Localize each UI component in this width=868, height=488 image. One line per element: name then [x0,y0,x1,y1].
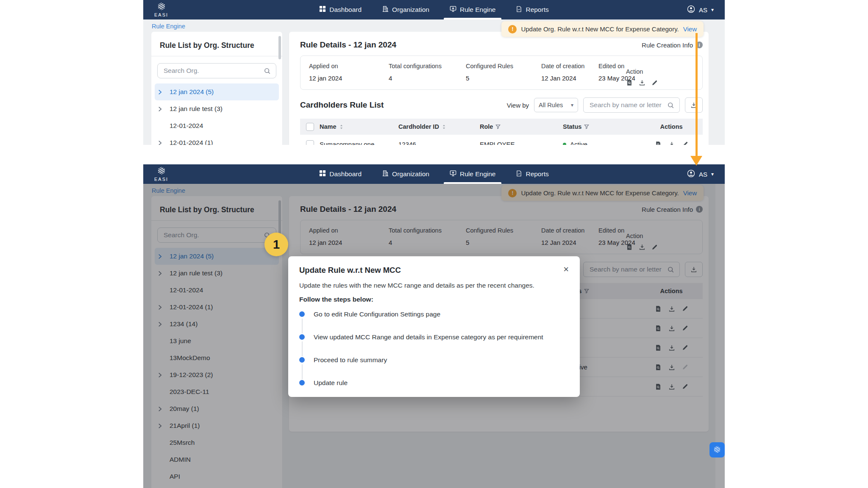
nav-item-reports[interactable]: Reports [512,164,553,184]
nav-label-dashboard: Dashboard [329,6,362,14]
modal-steps-heading: Follow the steps below: [299,296,569,303]
toast-view-link[interactable]: View [683,25,697,33]
search-icon [667,102,674,109]
search-icon [264,67,271,75]
org-search [157,63,276,78]
top-navbar: EASI Dashboard Organization Rule Engine [143,0,725,19]
detail-value: 12 Jan 2024 [541,75,598,82]
detail-label: Configured Rules [466,63,541,69]
tree-item-label: 12 jan rule test (3) [170,105,223,113]
col-status-label: Status [563,123,581,130]
nav-label-reports: Reports [526,6,548,14]
sidebar-scrollbar[interactable] [278,36,281,59]
nav-label-rule-engine: Rule Engine [460,6,495,14]
easi-floating-button[interactable] [709,442,725,458]
modal-step: View updated MCC Range and details in Ex… [299,333,569,356]
tree-item[interactable]: 12 jan rule test (3) [155,100,279,117]
modal-title: Update Rule w.r.t New MCC [299,266,401,275]
screenshot-bottom: EASI Dashboard Organization Rule Engine [143,164,725,488]
row-checkbox[interactable] [306,140,314,145]
tree-item-label: 12-01-2024 (1) [170,139,213,145]
reports-icon [516,170,522,178]
download-icon[interactable] [639,79,645,86]
modal-steps: Go to edit Rule Configuration Settings p… [299,311,569,402]
detail-field: Configured Rules 5 [466,63,541,82]
rule-creation-info[interactable]: Rule Creation Info i [642,42,703,49]
chevron-right-icon[interactable] [158,140,170,145]
modal-step: Update rule [299,379,569,402]
detail-action-field: Action [626,68,658,86]
brand-name: EASI [154,177,168,182]
download-icon[interactable] [668,141,675,145]
tree-item-label: 12 jan 2024 (5) [170,88,214,96]
dashboard-icon [319,170,326,178]
user-initials: AS [699,171,707,178]
org-search-input[interactable] [163,67,260,75]
brand-logo[interactable]: EASI [154,166,168,182]
detail-label: Action [626,68,658,75]
nav-item-rule-engine[interactable]: Rule Engine [445,0,500,19]
view-rule-file-icon[interactable] [626,79,633,86]
easi-hexagon-icon [157,2,166,12]
tree-item[interactable]: 12 jan 2024 (5) [155,83,279,100]
divider [151,56,282,56]
close-icon[interactable]: × [563,265,569,274]
modal-step: Go to edit Rule Configuration Settings p… [299,311,569,333]
detail-field: Total configurations 4 [389,63,466,82]
select-all-checkbox[interactable] [306,123,314,131]
filter-icon[interactable] [495,124,501,129]
user-menu[interactable]: AS ▾ [687,5,714,14]
rule-engine-icon [450,6,456,14]
tree-item-label: 12-01-2024 [170,122,203,130]
tree-item[interactable]: 12-01-2024 [155,117,279,134]
cardholders-table: Name Cardholder ID Role Status Actions S… [300,119,703,145]
nav-item-organization[interactable]: Organization [378,164,434,184]
edit-icon[interactable] [682,141,688,145]
sort-icon[interactable] [339,124,344,130]
nav-item-rule-engine[interactable]: Rule Engine [445,164,500,184]
edit-icon[interactable] [651,80,658,86]
cell-name: Sumacompany one [320,141,374,145]
page: EASI Dashboard Organization Rule Engine [0,0,868,488]
reports-icon [516,6,522,14]
nav-label-organization: Organization [392,170,429,178]
brand-name: EASI [154,13,168,17]
export-download-button[interactable] [685,97,703,113]
table-body: Sumacompany one 12346 EMPLOYEE Active [300,135,703,145]
chevron-right-icon[interactable] [158,89,170,95]
step-label: Update rule [314,379,348,386]
alert-icon: ! [508,25,517,33]
nav-label-reports: Reports [526,170,548,178]
cardholder-search-input[interactable] [589,101,664,109]
tree-item[interactable]: 12-01-2024 (1) [155,134,279,145]
rule-details-panel: Rule Details - 12 jan 2024 Rule Creation… [289,32,709,145]
nav-label-rule-engine: Rule Engine [460,170,495,178]
modal-step: Proceed to rule summary [299,356,569,379]
organization-icon [382,170,389,178]
sidebar-title: Rule List by Org. Structure [151,32,282,56]
breadcrumb[interactable]: Rule Engine [152,23,185,30]
table-row[interactable]: Sumacompany one 12346 EMPLOYEE Active [300,135,703,145]
tutorial-arrow-head [690,156,702,166]
sort-icon[interactable] [442,124,446,130]
chevron-down-icon: ▾ [711,171,714,177]
notification-toast: ! Update Org. Rule w.r.t New MCC for Exp… [501,21,704,37]
col-role-label: Role [480,123,493,130]
nav-label-dashboard: Dashboard [329,170,362,178]
nav-item-reports[interactable]: Reports [512,0,553,19]
easi-hexagon-icon [713,446,721,455]
chevron-right-icon[interactable] [158,106,170,112]
toast-message: Update Org. Rule w.r.t New MCC for Expen… [521,25,679,33]
update-rule-modal: Update Rule w.r.t New MCC × Update the r… [288,256,580,397]
brand-logo[interactable]: EASI [154,2,168,17]
nav-item-dashboard[interactable]: Dashboard [315,164,366,184]
view-by-select[interactable]: All Rules ▾ [534,98,578,112]
step-label: View updated MCC Range and details in Ex… [314,333,543,341]
nav-item-organization[interactable]: Organization [378,0,434,19]
user-menu[interactable]: AS ▾ [687,169,714,179]
user-initials: AS [699,6,707,14]
filter-icon[interactable] [584,124,589,129]
screenshot-top: EASI Dashboard Organization Rule Engine [143,0,725,145]
nav-item-dashboard[interactable]: Dashboard [315,0,366,19]
view-rule-file-icon[interactable] [655,141,662,145]
